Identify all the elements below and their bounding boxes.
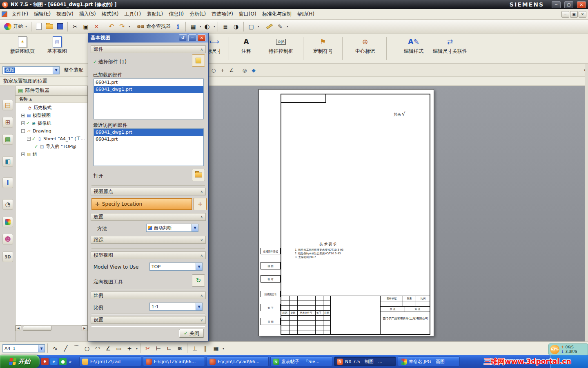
measure-angle-icon[interactable]: ✎ bbox=[275, 22, 285, 31]
section-scale[interactable]: 比例 ∧ bbox=[91, 292, 206, 299]
fillet-icon[interactable]: ◠ bbox=[93, 343, 102, 353]
model-view-combo[interactable]: TOP ▼ bbox=[149, 263, 203, 271]
menu-preferences[interactable]: 首选项(P) bbox=[209, 9, 236, 19]
tree-item-history-mode[interactable]: ◔ 历史模式 bbox=[16, 104, 87, 112]
open-file-button[interactable] bbox=[192, 169, 205, 181]
menu-assemblies[interactable]: 装配(L) bbox=[144, 9, 166, 19]
start-button[interactable]: 开始 bbox=[0, 355, 40, 368]
info-icon[interactable]: i bbox=[173, 22, 183, 31]
scale-combo[interactable]: 1:1 ▼ bbox=[149, 303, 203, 311]
perpendicular-constraint-icon[interactable]: ⊥ bbox=[190, 343, 200, 353]
navigator-column-header[interactable]: 名称 ▲ bbox=[16, 96, 87, 103]
new-file-icon[interactable] bbox=[34, 22, 44, 31]
orient-view-tool-button[interactable]: ↻ bbox=[192, 274, 205, 287]
loaded-parts-list[interactable]: 66041.prt 66041_dwg1.prt bbox=[94, 79, 204, 119]
command-finder-button[interactable]: 命令查找器 bbox=[136, 22, 172, 31]
copy-icon[interactable]: ▣ bbox=[81, 22, 91, 31]
minimize-button[interactable]: ─ bbox=[552, 1, 561, 8]
new-sheet-button[interactable]: ✶ 新建图纸页 bbox=[6, 36, 39, 54]
window-cascade-icon[interactable]: ▢ bbox=[246, 22, 256, 31]
snap-face-icon[interactable]: ◆ bbox=[249, 66, 258, 75]
list-item-selected[interactable]: 66041_dwg1.prt bbox=[94, 86, 203, 93]
section-part[interactable]: 部件 ∧ bbox=[91, 45, 206, 53]
select-part-row[interactable]: ✓ 选择部件 (1) bbox=[93, 58, 127, 65]
materials-icon[interactable] bbox=[2, 217, 13, 227]
point-icon[interactable]: + bbox=[125, 343, 134, 353]
section-settings[interactable]: 设置 ∨ bbox=[91, 316, 206, 324]
mdi-minimize-button[interactable]: ─ bbox=[561, 11, 569, 18]
tree-item-sheet-a4[interactable]: − ✓ ▯ Sheet "A4_1" (工... bbox=[16, 135, 87, 143]
mdi-close-button[interactable]: ✕ bbox=[579, 11, 586, 18]
expand-icon[interactable]: + bbox=[21, 153, 25, 156]
tree-item-model-views[interactable]: + ▤ 模型视图 bbox=[16, 112, 87, 119]
list-item[interactable]: 66041.prt bbox=[94, 136, 203, 143]
quick-trim-icon[interactable]: ✂ bbox=[143, 343, 153, 353]
edit-style-button[interactable]: A✎ 编辑样式 bbox=[399, 36, 429, 54]
menu-customize[interactable]: 标准化与定制 bbox=[259, 9, 294, 19]
reuse-library-icon[interactable]: ◧ bbox=[2, 156, 13, 167]
scroll-left-icon[interactable]: ◀ bbox=[16, 325, 21, 331]
scroll-right-icon[interactable]: ▶ bbox=[82, 325, 87, 331]
open-file-icon[interactable] bbox=[45, 22, 54, 31]
task-browser-post[interactable]: e 发表帖子 - 『Sie... bbox=[270, 357, 332, 366]
menu-help[interactable]: 帮助(H) bbox=[294, 9, 317, 19]
cut-icon[interactable]: ✂ bbox=[70, 22, 80, 31]
section-view-origin[interactable]: 视图原点 ∧ bbox=[91, 188, 206, 195]
circle-icon[interactable]: ○ bbox=[82, 343, 92, 353]
maximize-button[interactable]: ▢ bbox=[564, 1, 573, 8]
network-speed-widget[interactable]: 63% ↑ 0K/S ↓ 3.3K/S bbox=[548, 343, 588, 355]
collapse-icon[interactable]: − bbox=[27, 137, 31, 141]
expand-icon[interactable]: + bbox=[21, 114, 25, 117]
shading-mode-icon[interactable]: ◐ bbox=[202, 22, 212, 31]
assembly-navigator-icon[interactable]: ▤ bbox=[2, 100, 13, 110]
select-part-button[interactable] bbox=[192, 54, 205, 67]
quicklaunch-overflow-icon[interactable]: » bbox=[68, 358, 72, 365]
base-view-button[interactable]: ▤ 基本视图 bbox=[41, 36, 74, 54]
list-item[interactable]: 66041.prt bbox=[94, 79, 203, 86]
task-nx-active[interactable]: N NX 7.5 - 制图 - ... bbox=[334, 357, 396, 366]
quicklaunch-icon-2[interactable]: e bbox=[50, 358, 58, 365]
quicklaunch-icon-1[interactable]: ♦ bbox=[41, 358, 49, 365]
snap-point-on-curve-icon[interactable]: ∠ bbox=[227, 66, 236, 75]
save-icon[interactable] bbox=[55, 22, 65, 31]
undo-icon[interactable]: ↶ bbox=[107, 22, 116, 31]
menu-file[interactable]: 文件(F) bbox=[9, 9, 31, 19]
offset-curve-icon[interactable]: ≋ bbox=[175, 343, 185, 353]
specify-location-row[interactable]: ✛ Specify Location bbox=[91, 198, 192, 210]
hd3d-tools-icon[interactable]: i bbox=[2, 177, 13, 188]
scrollbar-thumb[interactable] bbox=[23, 326, 51, 331]
task-image-viewer-2[interactable]: F:\cjm\TZ\cad\66... bbox=[207, 357, 269, 366]
edit-dimension-assoc-button[interactable]: ⇄ 编辑尺寸关联性 bbox=[432, 36, 468, 54]
tree-item-imported-view[interactable]: ✓ ◫ 导入的 "TOP@ bbox=[16, 143, 87, 150]
menu-tools[interactable]: 工具(T) bbox=[121, 9, 144, 19]
check-icon[interactable]: ✓ bbox=[32, 136, 36, 141]
quick-extend-icon[interactable]: ⊢ bbox=[154, 343, 163, 353]
note-button[interactable]: A 注释 bbox=[234, 36, 259, 54]
tree-item-drawing[interactable]: − ▱ Drawing bbox=[16, 127, 87, 135]
menu-edit[interactable]: 编辑(E) bbox=[31, 9, 53, 19]
sheet-combo[interactable]: A4_1 ▼ bbox=[2, 344, 45, 352]
layer-settings-icon[interactable]: ≣ bbox=[220, 22, 230, 31]
task-paint[interactable]: 未命名.JPG - 画图 bbox=[398, 357, 460, 366]
task-folder-cad[interactable]: F:\cjm\TZ\cad bbox=[79, 357, 141, 366]
rectangle-icon[interactable]: ▭ bbox=[114, 343, 124, 353]
horizontal-scrollbar[interactable]: ◀ ▶ bbox=[16, 325, 87, 331]
view-filter-combo[interactable]: 视图 ▼ bbox=[2, 66, 60, 74]
arc-icon[interactable]: ⌒ bbox=[71, 343, 81, 353]
dialog-titlebar[interactable]: 基本视图 ↺ ─ ✕ bbox=[88, 33, 208, 43]
menu-window[interactable]: 窗口(O) bbox=[236, 9, 259, 19]
recent-parts-list[interactable]: 66041_dwg1.prt 66041.prt bbox=[94, 128, 204, 166]
make-corner-icon[interactable]: ∟ bbox=[164, 343, 174, 353]
section-model-view[interactable]: 模型视图 ∧ bbox=[91, 251, 206, 259]
tree-item-group[interactable]: + ▨ 组 bbox=[16, 150, 87, 158]
close-dialog-button[interactable]: ✓ 关闭 bbox=[179, 329, 204, 338]
dialog-minimize-icon[interactable]: ─ bbox=[188, 34, 196, 41]
parallel-constraint-icon[interactable]: ∥ bbox=[200, 343, 210, 353]
menu-insert[interactable]: 插入(S) bbox=[76, 9, 99, 19]
menu-view[interactable]: 视图(V) bbox=[53, 9, 76, 19]
specify-location-button[interactable]: ✛ bbox=[194, 198, 207, 210]
line-icon[interactable]: ╱ bbox=[61, 343, 71, 353]
method-combo[interactable]: 自动判断 ▼ bbox=[146, 224, 198, 232]
menu-analysis[interactable]: 分析(L) bbox=[187, 9, 209, 19]
show-constraints-icon[interactable]: ▦ bbox=[211, 343, 221, 353]
